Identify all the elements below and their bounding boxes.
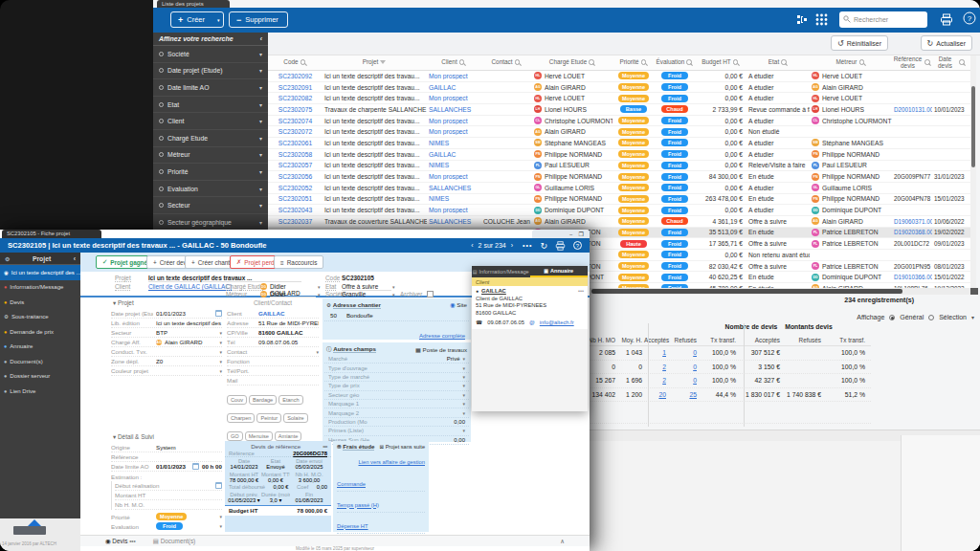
- chevron-down-icon[interactable]: ▾: [462, 410, 465, 416]
- help-icon[interactable]: ?: [573, 241, 582, 250]
- trade-tag[interactable]: Solaire: [283, 413, 307, 423]
- date-limite-row[interactable]: Date limite AO 01/01/2023 00 h 00: [111, 462, 222, 472]
- table-row[interactable]: SC2302074 Ici un texte descriptif des tr…: [268, 116, 970, 127]
- filter-item[interactable]: Priorité ▾: [153, 164, 268, 181]
- maximize-icon[interactable]: ❐: [579, 231, 584, 237]
- form-field[interactable]: Adresse 51 Rue de MIDI-PYRENEES ▾: [227, 319, 319, 328]
- form-field[interactable]: Tél/Port. ▾: [227, 366, 319, 376]
- client-link[interactable]: NIMES: [427, 162, 480, 168]
- chevron-down-icon[interactable]: ▾: [219, 368, 222, 374]
- etat-value[interactable]: Offre à suivre: [342, 283, 391, 291]
- nav-item[interactable]: ● Document(s): [0, 354, 80, 369]
- refresh-button[interactable]: ↻ Actualiser: [921, 35, 972, 51]
- form-field[interactable]: Secteur BTP ▾: [111, 328, 222, 338]
- table-row[interactable]: SC2302058 Ici un texte descriptif des tr…: [268, 149, 970, 161]
- reference-devis[interactable]: 20G009PN77: [892, 173, 932, 180]
- chevron-down-icon[interactable]: ▾: [392, 284, 395, 290]
- filter-item[interactable]: Chargé Etude ▾: [153, 130, 268, 147]
- form-field[interactable]: Type de marché ▾: [324, 373, 469, 382]
- scrollbar-thumb[interactable]: [591, 289, 902, 294]
- form-field[interactable]: Contact ▾: [227, 347, 319, 357]
- form-field[interactable]: Primes (Liste) ▾: [324, 427, 469, 435]
- table-row[interactable]: SC2302072 Ici un texte descriptif des tr…: [268, 126, 970, 138]
- client-link[interactable]: Mon prospect: [427, 95, 480, 101]
- chevron-down-icon[interactable]: ▾: [462, 428, 465, 433]
- table-row[interactable]: SC2302051 Ici un texte descriptif des tr…: [268, 194, 970, 206]
- table-row[interactable]: SC2302037 Travaux de couverture SALLANCH…: [268, 216, 970, 228]
- priorite-badge[interactable]: Moyenne: [156, 513, 187, 520]
- fiche-nav-header[interactable]: ⚙ Projet ‹: [0, 253, 80, 265]
- field-value[interactable]: BTP: [156, 329, 216, 336]
- trade-tag[interactable]: Amiante: [275, 431, 302, 441]
- column-filter-icon[interactable]: [686, 59, 693, 66]
- nav-item[interactable]: ● Information/Message: [0, 280, 80, 296]
- nav-item[interactable]: ● Devis: [0, 295, 80, 310]
- reference-devis[interactable]: 20G001PN95: [892, 263, 932, 270]
- project-code-link[interactable]: SC2302075: [268, 106, 323, 113]
- form-field[interactable]: CP/Ville 81600 GAILLAC ▾: [227, 328, 319, 338]
- filter-item[interactable]: Métreur ▾: [153, 147, 268, 165]
- more-menu-icon[interactable]: •••: [523, 242, 532, 249]
- nav-item[interactable]: ● Lien Drive: [0, 384, 80, 399]
- chantier-city-row[interactable]: 50 Bondoufle: [324, 310, 469, 321]
- form-field[interactable]: Conduct. Tvx. ▾: [111, 347, 222, 357]
- filter-item[interactable]: Client ▾: [153, 113, 268, 130]
- filter-item[interactable]: Société ▾: [153, 46, 268, 63]
- project-code-link[interactable]: SC2302051: [268, 195, 323, 202]
- link-icon[interactable]: ⚯: [323, 444, 327, 450]
- client-name[interactable]: GAILLAC: [481, 288, 506, 294]
- chevron-down-icon[interactable]: ▾: [318, 284, 321, 290]
- form-field[interactable]: Type d'ouvrage ▾: [324, 364, 469, 372]
- filter-item[interactable]: Secteur géographique ▾: [153, 214, 268, 231]
- column-header[interactable]: Contact: [480, 55, 532, 70]
- form-field[interactable]: Zone dépl. Z0 ▾: [111, 357, 222, 366]
- calendar-icon[interactable]: [192, 463, 199, 470]
- client-email-link[interactable]: info@altech.fr: [540, 320, 574, 325]
- chevron-down-icon[interactable]: ▾: [219, 349, 222, 355]
- column-header[interactable]: Évaluation: [655, 55, 695, 70]
- filter-item[interactable]: Date projet (Etude) ▾: [153, 63, 268, 80]
- trade-tag[interactable]: Etanch: [278, 395, 302, 405]
- tab-documents[interactable]: ▤ Document(s): [153, 538, 195, 545]
- field-value[interactable]: 51 Rue de MIDI-PYRENEES: [258, 320, 319, 326]
- calendar-icon[interactable]: [215, 310, 222, 317]
- table-row[interactable]: SC2302056 Ici un texte descriptif des tr…: [268, 171, 970, 183]
- field-value[interactable]: Z0: [156, 358, 216, 364]
- project-code-link[interactable]: SC2302072: [268, 128, 323, 135]
- create-button[interactable]: + Créer ▾: [170, 11, 224, 28]
- radio-general[interactable]: [889, 315, 895, 320]
- column-header[interactable]: Projet: [323, 55, 427, 70]
- project-code-link[interactable]: SC2302092: [268, 73, 323, 79]
- client-link[interactable]: GAILLAC: [427, 84, 480, 91]
- column-header[interactable]: Date devis: [932, 55, 967, 70]
- field-value[interactable]: Ici un texte descriptif des t...: [156, 320, 222, 326]
- chevron-down-icon[interactable]: ▾: [462, 383, 465, 388]
- field-value[interactable]: 81600 GAILLAC: [258, 329, 319, 336]
- project-code-link[interactable]: SC2302056: [268, 173, 323, 180]
- site-toggle[interactable]: ◉ Site: [450, 301, 467, 308]
- form-field[interactable]: Montant HT: [115, 491, 222, 500]
- reference-devis[interactable]: D19060371.00: [892, 218, 932, 225]
- form-field[interactable]: Date projet (Etude) 01/01/2023 ▾: [111, 309, 222, 319]
- refuses-link[interactable]: 0: [668, 377, 699, 384]
- filter-item[interactable]: Evaluation ▾: [153, 181, 268, 198]
- reference-devis[interactable]: D19020368.00: [892, 229, 932, 235]
- reference-devis[interactable]: D19010366.00: [892, 274, 932, 280]
- date-limite-value[interactable]: 01/01/2023: [156, 463, 189, 470]
- reference-devis[interactable]: 20G004PN78: [892, 195, 932, 202]
- column-header[interactable]: Client: [427, 55, 480, 70]
- devis-date[interactable]: 14/01/2023: [227, 464, 261, 470]
- calendar-icon[interactable]: [215, 482, 222, 489]
- chevron-down-icon[interactable]: ▾: [971, 314, 974, 320]
- form-field[interactable]: Lib. édition Ici un texte descriptif des…: [111, 319, 222, 328]
- refuses-link[interactable]: 0: [668, 349, 699, 356]
- project-code-link[interactable]: SC2302058: [268, 151, 323, 158]
- org-chart-icon[interactable]: [796, 12, 809, 30]
- form-field[interactable]: Marquage 1 ▾: [324, 400, 469, 408]
- collapse-up-icon[interactable]: ∧: [560, 538, 565, 545]
- column-header[interactable]: Etat: [746, 55, 810, 70]
- adresse-complete-link[interactable]: Adresse complète: [419, 333, 465, 339]
- filter-item[interactable]: Etat ▾: [153, 97, 268, 114]
- more-menu-icon[interactable]: •••: [129, 538, 136, 544]
- client-phone[interactable]: 09.08.07.06.05: [487, 320, 524, 325]
